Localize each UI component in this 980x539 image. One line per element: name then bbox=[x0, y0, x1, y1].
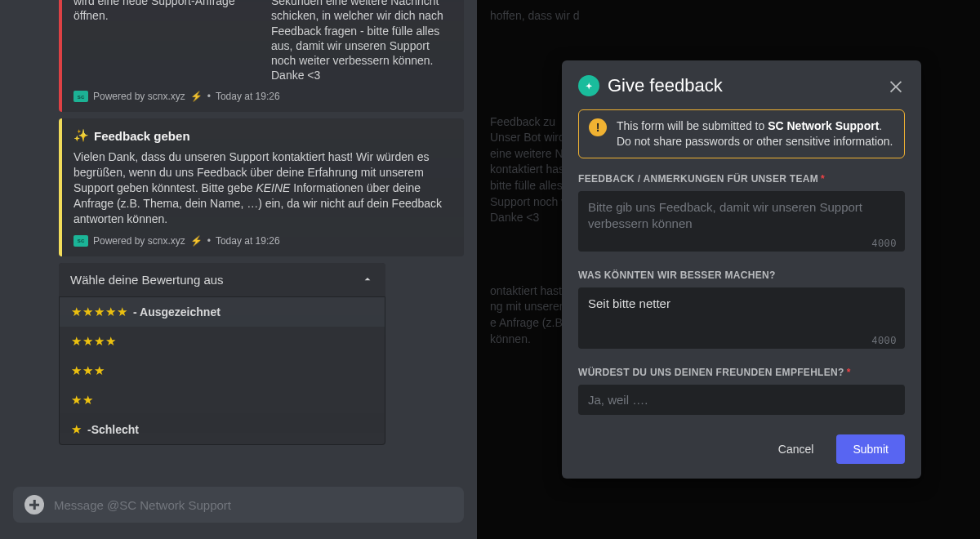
required-indicator: * bbox=[847, 367, 851, 378]
warning-icon: ! bbox=[589, 118, 607, 136]
embed-footer: sc Powered by scnx.xyz ⚡ • Today at 19:2… bbox=[74, 235, 451, 247]
footer-time: Today at 19:26 bbox=[216, 235, 280, 247]
warning-text-pre: This form will be submitted to bbox=[617, 119, 768, 132]
rating-select-header[interactable]: Wähle deine Bewertung aus bbox=[59, 263, 385, 296]
rating-option-label: -Schlecht bbox=[87, 423, 139, 436]
rating-option-4[interactable]: ★★★★ bbox=[60, 327, 385, 356]
footer-powered: Powered by scnx.xyz bbox=[93, 91, 185, 102]
embed-body: Vielen Dank, dass du unseren Support kon… bbox=[74, 149, 451, 226]
chevron-up-icon bbox=[361, 273, 374, 286]
stars-icon: ★ bbox=[71, 422, 82, 437]
scnx-logo-icon: sc bbox=[74, 91, 88, 102]
server-avatar-icon: ✦ bbox=[578, 75, 599, 96]
rating-option-1[interactable]: ★ -Schlecht bbox=[60, 415, 385, 444]
warning-server-name: SC Network Support bbox=[768, 119, 879, 132]
rating-option-label: - Ausgezeichnet bbox=[133, 305, 220, 318]
embed-feedback-request: ✨ Feedback geben Vielen Dank, dass du un… bbox=[59, 118, 464, 256]
char-counter: 4000 bbox=[871, 336, 897, 347]
submission-warning: ! This form will be submitted to SC Netw… bbox=[578, 109, 905, 158]
submit-button[interactable]: Submit bbox=[836, 434, 905, 464]
rating-option-3[interactable]: ★★★ bbox=[60, 356, 385, 385]
ghost-text: hoffen, dass wir d bbox=[490, 8, 967, 24]
message-input[interactable] bbox=[54, 498, 452, 512]
embed-title-text: Feedback geben bbox=[94, 129, 190, 143]
improvement-textarea[interactable] bbox=[578, 287, 905, 349]
feedback-modal: ✦ Give feedback ! This form will be subm… bbox=[562, 60, 921, 479]
sparkles-icon: ✨ bbox=[74, 128, 89, 143]
cancel-button[interactable]: Cancel bbox=[762, 434, 831, 464]
rating-option-2[interactable]: ★★ bbox=[60, 385, 385, 415]
footer-separator: • bbox=[207, 235, 211, 247]
chat-scroll-area: Eine Antwort auf diese Nachricht wird ei… bbox=[0, 0, 477, 482]
rating-select-menu: ★★★★★ - Ausgezeichnet ★★★★ ★★★ ★★ ★ bbox=[59, 296, 385, 445]
field1-label: FEEDBACK / ANMERKUNGEN FÜR UNSER TEAM* bbox=[578, 173, 905, 185]
field3-label: WÜRDEST DU UNS DEINEN FREUNDEN EMPFEHLEN… bbox=[578, 367, 905, 378]
footer-time: Today at 19:26 bbox=[216, 91, 280, 102]
required-indicator: * bbox=[821, 173, 825, 185]
rating-option-5[interactable]: ★★★★★ - Ausgezeichnet bbox=[60, 297, 385, 327]
recommend-input[interactable] bbox=[578, 385, 905, 415]
attach-button[interactable] bbox=[24, 495, 44, 514]
stars-icon: ★★★ bbox=[71, 363, 105, 378]
message-input-bar bbox=[13, 487, 464, 523]
stars-icon: ★★ bbox=[71, 393, 94, 408]
bolt-icon: ⚡ bbox=[190, 91, 203, 102]
field2-label: WAS KÖNNTEN WIR BESSER MACHEN? bbox=[578, 270, 905, 281]
stars-icon: ★★★★ bbox=[71, 334, 117, 349]
embed-col-left: Eine Antwort auf diese Nachricht wird ei… bbox=[74, 0, 253, 82]
embed-col-right: Unser Bot wird dir in wenigen Sekunden e… bbox=[271, 0, 451, 82]
embed-body-emphasis: KEINE bbox=[256, 181, 290, 194]
footer-separator: • bbox=[207, 91, 211, 102]
scnx-logo-icon: sc bbox=[74, 235, 88, 247]
char-counter: 4000 bbox=[871, 238, 897, 250]
rating-select[interactable]: Wähle deine Bewertung aus ★★★★★ - Ausgez… bbox=[59, 263, 385, 445]
close-icon[interactable] bbox=[887, 77, 905, 95]
rating-select-label: Wähle deine Bewertung aus bbox=[70, 273, 224, 287]
stars-icon: ★★★★★ bbox=[71, 305, 128, 319]
bolt-icon: ⚡ bbox=[190, 235, 203, 247]
modal-title: Give feedback bbox=[608, 75, 879, 96]
feedback-textarea[interactable] bbox=[578, 191, 905, 252]
left-chat-panel: Eine Antwort auf diese Nachricht wird ei… bbox=[0, 0, 477, 539]
embed-support-closed: Eine Antwort auf diese Nachricht wird ei… bbox=[59, 0, 464, 112]
embed-footer: sc Powered by scnx.xyz ⚡ • Today at 19:2… bbox=[74, 91, 451, 102]
footer-powered: Powered by scnx.xyz bbox=[93, 235, 185, 247]
